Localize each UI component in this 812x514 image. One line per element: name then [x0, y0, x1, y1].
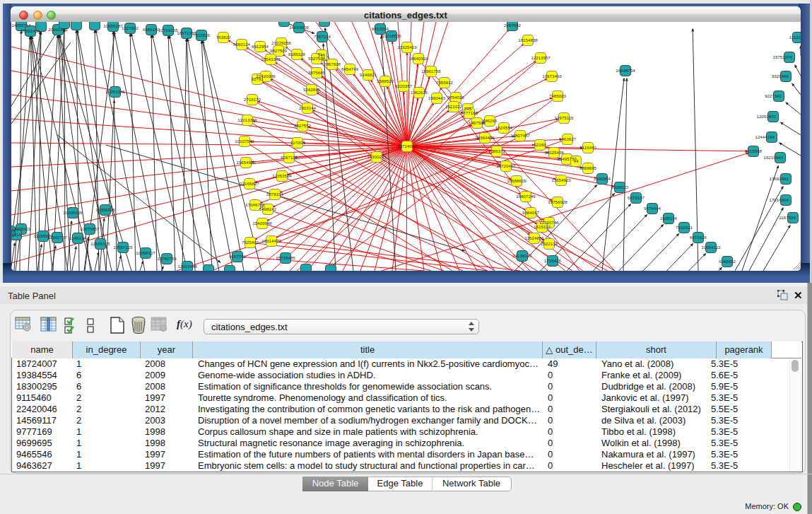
svg-text:10543342: 10543342 — [261, 57, 281, 62]
svg-text:16210643: 16210643 — [763, 155, 783, 160]
svg-text:9242845: 9242845 — [303, 87, 321, 92]
svg-text:12923448: 12923448 — [177, 264, 197, 269]
svg-text:6879197: 6879197 — [628, 195, 645, 200]
svg-text:8427552: 8427552 — [294, 123, 312, 128]
svg-text:17957225: 17957225 — [113, 245, 133, 250]
svg-text:8454749: 8454749 — [341, 66, 359, 71]
svg-text:12213369: 12213369 — [237, 117, 257, 122]
svg-text:16154838: 16154838 — [518, 37, 538, 42]
svg-text:1527602: 1527602 — [122, 25, 139, 30]
svg-text:17359928: 17359928 — [95, 207, 115, 212]
svg-text:15409948: 15409948 — [252, 221, 272, 226]
svg-text:3875685: 3875685 — [308, 70, 326, 75]
svg-text:8660124: 8660124 — [233, 42, 251, 47]
svg-text:6899695: 6899695 — [579, 165, 597, 170]
svg-text:8471626: 8471626 — [690, 235, 707, 240]
svg-text:9777169: 9777169 — [461, 110, 478, 115]
svg-text:15751074: 15751074 — [772, 54, 792, 59]
svg-text:14055714: 14055714 — [11, 23, 31, 28]
svg-text:1733426: 1733426 — [544, 258, 562, 263]
svg-text:2867608: 2867608 — [324, 62, 341, 66]
svg-text:7632621: 7632621 — [676, 225, 693, 230]
svg-text:10107543: 10107543 — [235, 139, 254, 144]
svg-text:746266: 746266 — [483, 118, 498, 123]
svg-text:23226058: 23226058 — [271, 40, 291, 45]
svg-text:9146821: 9146821 — [360, 72, 377, 77]
svg-text:62160: 62160 — [534, 142, 546, 147]
svg-text:8813054: 8813054 — [372, 26, 389, 31]
svg-text:12444194: 12444194 — [755, 134, 775, 139]
svg-text:10973493: 10973493 — [542, 74, 562, 78]
svg-text:6466160: 6466160 — [143, 27, 160, 32]
svg-text:2803144: 2803144 — [299, 105, 317, 110]
svg-text:10688609: 10688609 — [507, 178, 526, 183]
svg-text:1990443: 1990443 — [428, 95, 446, 100]
svg-text:15716485: 15716485 — [276, 255, 295, 260]
svg-text:3878334: 3878334 — [266, 192, 284, 197]
svg-text:1362615: 1362615 — [411, 90, 428, 95]
svg-text:9657791: 9657791 — [229, 254, 247, 259]
svg-text:16782759: 16782759 — [157, 256, 177, 261]
svg-text:9827509: 9827509 — [270, 48, 288, 53]
svg-text:16648754: 16648754 — [616, 68, 635, 73]
svg-text:1640954: 1640954 — [594, 176, 611, 181]
svg-text:15720407: 15720407 — [496, 163, 516, 168]
svg-text:19218506: 19218506 — [382, 33, 401, 38]
svg-text:44: 44 — [574, 158, 579, 163]
svg-text:10958107: 10958107 — [136, 250, 155, 255]
svg-text:9327508: 9327508 — [308, 56, 326, 61]
svg-text:9245652: 9245652 — [719, 259, 736, 264]
svg-text:7625402: 7625402 — [242, 240, 259, 245]
svg-text:2522134: 2522134 — [541, 241, 558, 246]
svg-text:13692991: 13692991 — [769, 176, 789, 181]
svg-text:9463627: 9463627 — [559, 136, 577, 141]
svg-text:13325419: 13325419 — [397, 45, 417, 49]
svg-text:12213957: 12213957 — [531, 55, 551, 60]
svg-text:9794028: 9794028 — [447, 95, 465, 100]
svg-text:16033809: 16033809 — [289, 25, 309, 30]
svg-text:10655287: 10655287 — [103, 23, 123, 28]
svg-text:7357224: 7357224 — [314, 34, 331, 39]
svg-text:93791: 93791 — [251, 76, 264, 81]
svg-text:20053346: 20053346 — [105, 89, 125, 94]
svg-text:1588520: 1588520 — [377, 78, 394, 83]
svg-text:12942737: 12942737 — [47, 235, 67, 240]
svg-text:18724007: 18724007 — [397, 144, 417, 148]
svg-text:20206526: 20206526 — [63, 210, 83, 215]
svg-text:3624554: 3624554 — [495, 125, 513, 130]
svg-text:2718170: 2718170 — [244, 97, 261, 102]
svg-text:14136141: 14136141 — [512, 253, 532, 258]
svg-text:8267110: 8267110 — [281, 155, 298, 160]
svg-text:2087682: 2087682 — [504, 23, 522, 28]
svg-text:8220357: 8220357 — [395, 83, 413, 88]
svg-text:5498242: 5498242 — [259, 206, 277, 211]
svg-text:12505135: 12505135 — [90, 241, 110, 246]
svg-text:10975857: 10975857 — [80, 226, 100, 231]
svg-text:18807249: 18807249 — [516, 194, 536, 199]
svg-text:11132: 11132 — [789, 35, 801, 40]
svg-text:10807487: 10807487 — [510, 133, 530, 138]
svg-text:7515526: 7515526 — [193, 33, 211, 37]
svg-text:19756928: 19756928 — [548, 199, 567, 204]
svg-text:12975115: 12975115 — [554, 115, 574, 120]
svg-text:13654923: 13654923 — [551, 177, 571, 182]
svg-text:2935134: 2935134 — [660, 216, 678, 221]
svg-text:1145134: 1145134 — [69, 235, 86, 240]
svg-text:19166827: 19166827 — [240, 181, 259, 186]
svg-text:20891406: 20891406 — [20, 28, 40, 33]
svg-text:10025438: 10025438 — [544, 150, 564, 155]
svg-text:8938923: 8938923 — [611, 185, 629, 189]
svg-text:7939: 7939 — [11, 228, 15, 233]
svg-text:1167534: 1167534 — [779, 215, 796, 220]
svg-text:1621022: 1621022 — [445, 104, 463, 109]
svg-text:20364436: 20364436 — [475, 135, 495, 140]
svg-text:20691406: 20691406 — [48, 27, 68, 32]
svg-text:18640910: 18640910 — [408, 56, 428, 61]
svg-text:8186328: 8186328 — [288, 52, 306, 57]
svg-text:12093872: 12093872 — [756, 114, 776, 119]
svg-text:15300215: 15300215 — [367, 154, 387, 159]
svg-text:8215958: 8215958 — [745, 148, 763, 153]
svg-text:117004: 117004 — [290, 140, 305, 145]
svg-text:17016504: 17016504 — [769, 197, 789, 202]
svg-text:7386372: 7386372 — [488, 148, 506, 153]
